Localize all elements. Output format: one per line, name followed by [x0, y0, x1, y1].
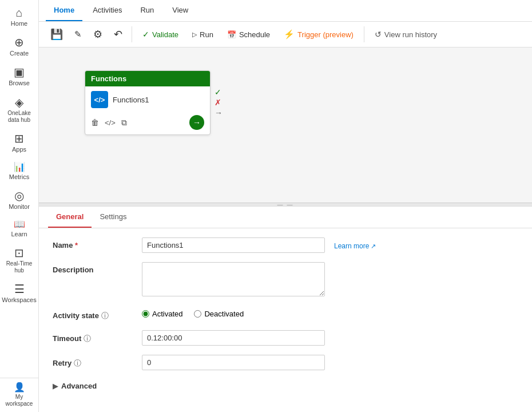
tab-general[interactable]: General	[48, 207, 92, 228]
schedule-button[interactable]: 📅 Schedule	[221, 27, 276, 42]
pipeline-canvas[interactable]: Functions </> Functions1 🗑 </> ⧉ → ✓ ✗ →	[39, 47, 532, 203]
node-name: Functions1	[113, 96, 149, 104]
external-link-icon: ↗	[371, 243, 376, 250]
trigger-button[interactable]: ⚡ Trigger (preview)	[278, 26, 359, 42]
tab-run[interactable]: Run	[132, 0, 162, 21]
tab-settings[interactable]: Settings	[92, 207, 134, 228]
sidebar-item-browse[interactable]: ▣ Browse	[0, 62, 38, 92]
retry-input[interactable]	[142, 355, 325, 370]
undo-icon: ↶	[114, 28, 122, 41]
name-label: Name *	[53, 237, 133, 249]
sidebar-item-create[interactable]: ⊕ Create	[0, 32, 38, 62]
save-button[interactable]: 💾	[46, 25, 68, 43]
schedule-icon: 📅	[227, 30, 236, 39]
toolbar-divider-1	[132, 26, 132, 42]
advanced-label: Advanced	[61, 382, 97, 390]
tab-view[interactable]: View	[164, 0, 196, 21]
fail-indicator-icon[interactable]: ✗	[215, 98, 223, 106]
retry-hint-icon: ⓘ	[74, 359, 81, 367]
sidebar-item-myworkspace[interactable]: 👤 Myworkspace	[0, 378, 38, 412]
form-row-timeout: Timeout ⓘ	[53, 330, 518, 346]
metrics-icon: 📊	[14, 163, 25, 172]
advanced-chevron-icon: ▶	[53, 382, 58, 390]
radio-deactivated-input[interactable]	[194, 310, 201, 318]
node-actions: 🗑 </> ⧉ →	[85, 113, 210, 134]
run-icon: ▷	[192, 31, 197, 38]
form-row-retry: Retry ⓘ	[53, 355, 518, 370]
deactivated-label: Deactivated	[204, 310, 244, 318]
success-indicator-icon[interactable]: ✓	[215, 88, 223, 96]
copy-action-icon[interactable]: ⧉	[121, 118, 127, 128]
undo-button[interactable]: ↶	[109, 25, 127, 43]
name-input-container	[142, 237, 325, 253]
learn-more-link[interactable]: Learn more ↗	[334, 237, 376, 250]
code-action-icon[interactable]: </>	[105, 118, 116, 127]
edit-button[interactable]: ✎	[70, 26, 86, 42]
sidebar-item-workspaces[interactable]: ☰ Workspaces	[0, 279, 38, 308]
sidebar-label-monitor: Monitor	[9, 203, 30, 211]
sidebar-item-apps[interactable]: ⊞ Apps	[0, 128, 38, 158]
sidebar-label-browse: Browse	[9, 80, 30, 87]
radio-activated[interactable]: Activated	[142, 310, 182, 318]
toolbar-divider-2	[364, 26, 364, 42]
node-header: Functions	[85, 71, 210, 86]
sidebar-item-onelake[interactable]: ◈ OneLakedata hub	[0, 92, 38, 128]
pipeline-node-functions[interactable]: Functions </> Functions1 🗑 </> ⧉ → ✓ ✗ →	[85, 70, 211, 135]
go-arrow-icon: →	[193, 118, 201, 127]
learn-icon: 📖	[14, 220, 25, 229]
activated-label: Activated	[152, 310, 182, 318]
panel-tabs: General Settings	[39, 207, 532, 228]
trigger-icon: ⚡	[284, 29, 295, 39]
activity-state-hint-icon: ⓘ	[101, 311, 109, 320]
radio-activated-input[interactable]	[142, 310, 149, 318]
sidebar-item-monitor[interactable]: ◎ Monitor	[0, 185, 38, 215]
sidebar-item-realtime[interactable]: ⊡ Real-Timehub	[0, 243, 38, 279]
edit-icon: ✎	[74, 29, 82, 39]
node-body: </> Functions1	[85, 86, 210, 113]
name-input[interactable]	[142, 237, 325, 253]
tab-home[interactable]: Home	[46, 0, 82, 21]
name-required: *	[75, 241, 78, 249]
apps-icon: ⊞	[14, 133, 24, 144]
go-button[interactable]: →	[189, 115, 204, 130]
sidebar: ⌂ Home ⊕ Create ▣ Browse ◈ OneLakedata h…	[0, 0, 39, 412]
settings-icon: ⚙	[93, 28, 102, 41]
advanced-section[interactable]: ▶ Advanced	[53, 379, 518, 393]
delete-action-icon[interactable]: 🗑	[91, 118, 99, 127]
run-button[interactable]: ▷ Run	[186, 27, 219, 42]
sidebar-item-metrics[interactable]: 📊 Metrics	[0, 158, 38, 185]
sidebar-label-home: Home	[11, 20, 27, 27]
main-content: Home Activities Run View 💾 ✎ ⚙ ↶ ✓ Valid…	[39, 0, 532, 412]
timeout-hint-icon: ⓘ	[84, 334, 91, 343]
toolbar: 💾 ✎ ⚙ ↶ ✓ Validate ▷ Run 📅 Schedule ⚡ Tr…	[39, 22, 532, 47]
browse-icon: ▣	[14, 66, 25, 78]
history-button[interactable]: ↺ View run history	[369, 27, 443, 42]
radio-deactivated[interactable]: Deactivated	[194, 310, 244, 318]
panel-form: Name * Learn more ↗ Description	[39, 228, 532, 412]
skip-indicator-icon[interactable]: →	[215, 109, 223, 117]
description-input-container	[142, 262, 325, 298]
node-side-indicators: ✓ ✗ →	[215, 88, 223, 117]
trigger-label: Trigger (preview)	[297, 30, 354, 39]
realtime-icon: ⊡	[14, 247, 24, 259]
history-icon: ↺	[375, 30, 382, 39]
home-icon: ⌂	[15, 7, 22, 18]
schedule-label: Schedule	[239, 30, 270, 39]
sidebar-item-home[interactable]: ⌂ Home	[0, 2, 38, 32]
sidebar-item-learn[interactable]: 📖 Learn	[0, 215, 38, 243]
sidebar-label-onelake: OneLakedata hub	[7, 110, 31, 124]
sidebar-label-workspaces: Workspaces	[2, 296, 36, 304]
settings-button[interactable]: ⚙	[89, 25, 107, 43]
timeout-input[interactable]	[142, 330, 325, 346]
sidebar-label-learn: Learn	[11, 231, 27, 238]
validate-button[interactable]: ✓ Validate	[137, 27, 184, 42]
retry-input-container	[142, 355, 325, 370]
sidebar-label-realtime: Real-Timehub	[6, 260, 33, 274]
form-row-name: Name * Learn more ↗	[53, 237, 518, 253]
bottom-panel: General Settings Name * Learn more ↗	[39, 206, 532, 412]
timeout-input-container	[142, 330, 325, 346]
description-input[interactable]	[142, 262, 325, 296]
activity-state-label: Activity state ⓘ	[53, 307, 133, 321]
tab-activities[interactable]: Activities	[85, 0, 130, 21]
retry-label: Retry ⓘ	[53, 355, 133, 369]
